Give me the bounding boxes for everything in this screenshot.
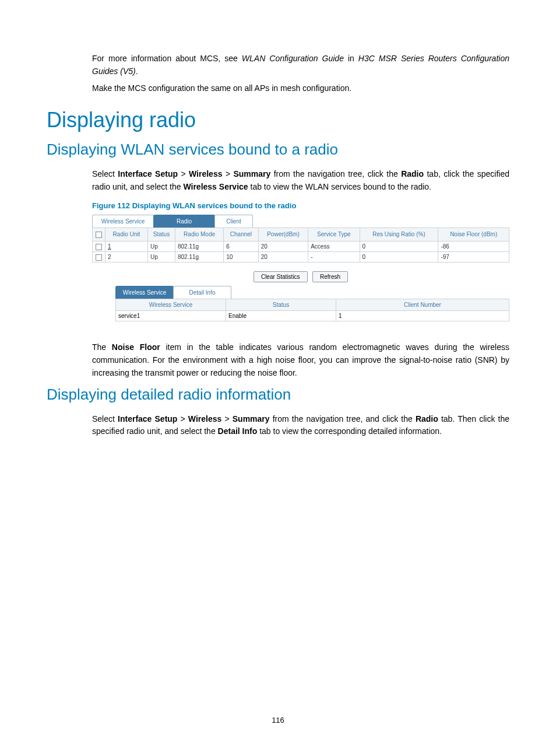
radio-table: Radio Unit Status Radio Mode Channel Pow… — [92, 228, 509, 262]
cell-radio-unit[interactable]: 2 — [105, 252, 148, 262]
figure-caption: Figure 112 Displaying WLAN services boun… — [92, 201, 509, 210]
button-row: Clear Statistics Refresh — [92, 271, 509, 282]
checkbox-icon[interactable] — [96, 232, 102, 238]
cell-noise-floor: -97 — [438, 252, 509, 262]
header-wireless-service: Wireless Service — [116, 299, 226, 311]
paragraph-nav-instructions-1: Select Interface Setup > Wireless > Summ… — [92, 168, 509, 193]
header-radio-mode: Radio Mode — [175, 228, 224, 242]
text: tab to view the corresponding detailed i… — [257, 426, 442, 436]
cell-mode: 802.11g — [175, 242, 224, 252]
text-bold: Interface Setup — [118, 414, 177, 424]
sub-tab-detail-info[interactable]: Detail Info — [173, 286, 231, 299]
table-row[interactable]: 1 Up 802.11g 6 20 Access 0 -86 — [93, 242, 509, 252]
text: in — [344, 54, 358, 63]
paragraph-nav-instructions-2: Select Interface Setup > Wireless > Summ… — [92, 413, 509, 438]
wireless-service-table: Wireless Service Status Client Number se… — [115, 299, 509, 321]
heading-displaying-radio: Displaying radio — [47, 108, 509, 132]
figure-112: Wireless Service Radio Client Radio Unit… — [92, 215, 509, 321]
text-bold: Interface Setup — [118, 169, 178, 178]
text: from the navigation tree, and click the — [270, 414, 416, 424]
text-bold: Wireless — [188, 414, 221, 424]
header-res-using: Res Using Ratio (%) — [360, 228, 438, 242]
text: . — [136, 66, 138, 76]
page-number: 116 — [0, 716, 556, 724]
text: Select — [92, 169, 118, 178]
header-checkbox — [93, 228, 105, 242]
heading-detailed-radio: Displaying detailed radio information — [47, 386, 509, 404]
tab-client[interactable]: Client — [214, 215, 253, 228]
table-row: service1 Enable 1 — [116, 311, 509, 321]
text-bold: Summary — [233, 169, 270, 178]
text-italic: WLAN Configuration Guide — [242, 54, 344, 63]
cell-channel: 10 — [224, 252, 259, 262]
cell-status: Enable — [226, 311, 336, 321]
header-radio-unit: Radio Unit — [105, 228, 148, 242]
text: > — [221, 414, 232, 424]
cell-res: 0 — [360, 242, 438, 252]
header-service-type: Service Type — [308, 228, 360, 242]
paragraph-mcs-config: Make the MCS configuration the same on a… — [92, 82, 509, 95]
top-tabs: Wireless Service Radio Client — [92, 215, 509, 228]
cell-radio-unit[interactable]: 1 — [105, 242, 148, 252]
clear-statistics-button[interactable]: Clear Statistics — [254, 271, 308, 282]
checkbox-icon[interactable] — [96, 244, 102, 250]
cell-client-number: 1 — [336, 311, 509, 321]
cell-channel: 6 — [224, 242, 259, 252]
table-header-row: Radio Unit Status Radio Mode Channel Pow… — [93, 228, 509, 242]
table-header-row: Wireless Service Status Client Number — [116, 299, 509, 311]
text: > — [177, 414, 188, 424]
header-noise-floor: Noise Floor (dBm) — [438, 228, 509, 242]
text-bold: Radio — [401, 169, 424, 178]
cell-status: Up — [147, 242, 175, 252]
text: > — [178, 169, 189, 178]
header-client-number: Client Number — [336, 299, 509, 311]
cell-service-type: Access — [308, 242, 360, 252]
header-status: Status — [147, 228, 175, 242]
header-status: Status — [226, 299, 336, 311]
refresh-button[interactable]: Refresh — [312, 271, 348, 282]
text-bold: Detail Info — [218, 426, 258, 436]
text: For more information about MCS, see — [92, 54, 242, 63]
text-bold: Summary — [233, 414, 270, 424]
text: > — [222, 169, 233, 178]
text-bold: Radio — [416, 414, 438, 424]
text: from the navigation tree, click the — [270, 169, 401, 178]
cell-power: 20 — [258, 252, 308, 262]
header-channel: Channel — [224, 228, 259, 242]
sub-tabs: Wireless Service Detail Info — [115, 286, 509, 299]
sub-tab-wireless-service[interactable]: Wireless Service — [115, 286, 174, 299]
cell-wireless-service: service1 — [116, 311, 226, 321]
checkbox-icon[interactable] — [96, 254, 102, 261]
text-bold: Wireless Service — [183, 182, 248, 191]
text: Select — [92, 414, 118, 424]
text: The — [92, 342, 112, 352]
heading-wlan-services: Displaying WLAN services bound to a radi… — [47, 141, 509, 159]
tab-radio[interactable]: Radio — [153, 215, 215, 228]
text-bold: Wireless — [189, 169, 222, 178]
cell-status: Up — [147, 252, 175, 262]
paragraph-mcs-info: For more information about MCS, see WLAN… — [92, 52, 509, 78]
cell-power: 20 — [258, 242, 308, 252]
tab-wireless-service[interactable]: Wireless Service — [92, 215, 154, 228]
cell-service-type: - — [308, 252, 360, 262]
paragraph-noise-floor: The Noise Floor item in the table indica… — [92, 341, 509, 379]
cell-res: 0 — [360, 252, 438, 262]
text-bold: Noise Floor — [112, 342, 160, 352]
cell-checkbox — [93, 252, 105, 262]
table-row[interactable]: 2 Up 802.11g 10 20 - 0 -97 — [93, 252, 509, 262]
cell-noise-floor: -86 — [438, 242, 509, 252]
header-power: Power(dBm) — [258, 228, 308, 242]
text: tab to view the WLAN services bound to t… — [248, 182, 431, 191]
cell-mode: 802.11g — [175, 252, 224, 262]
cell-checkbox — [93, 242, 105, 252]
